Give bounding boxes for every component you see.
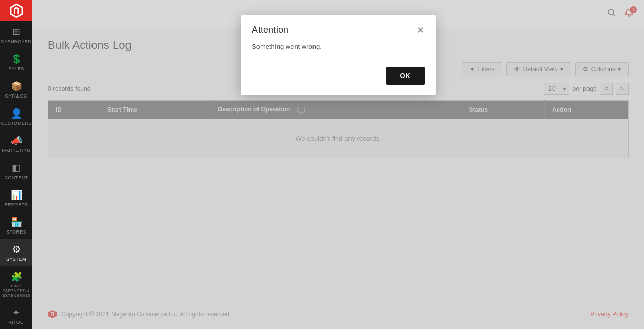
sales-icon: 💲 — [11, 53, 22, 65]
content-icon: ◧ — [12, 162, 21, 173]
sidebar-label-stores: STORES — [6, 229, 26, 235]
reports-icon: 📊 — [11, 189, 22, 201]
modal-overlay: Attention ✕ Something went wrong. OK — [32, 0, 644, 329]
sidebar-label-dashboard: DASHBOARD — [1, 39, 32, 44]
sidebar-label-system: SYSTEM — [6, 257, 26, 262]
sidebar-label-sales: SALES — [8, 66, 24, 71]
modal-footer: OK — [241, 61, 436, 95]
sidebar-label-reports: REPORTS — [5, 202, 28, 207]
marketing-icon: 📣 — [11, 135, 22, 146]
extensions-icon: 🧩 — [11, 271, 22, 282]
sidebar-item-catalog[interactable]: 📦 CATALOG — [0, 75, 32, 103]
sidebar-item-sales[interactable]: 💲 SALES — [0, 48, 32, 75]
sidebar-label-catalog: CATALOG — [5, 93, 28, 99]
catalog-icon: 📦 — [11, 81, 22, 92]
sidebar-item-aitoc[interactable]: ✦ AITOC — [0, 302, 32, 329]
system-icon: ⚙ — [12, 244, 21, 255]
attention-modal: Attention ✕ Something went wrong. OK — [241, 15, 436, 95]
sidebar-item-extensions[interactable]: 🧩 FIND PARTNERS & EXTENSIONS — [0, 266, 32, 302]
modal-message: Something went wrong. — [252, 43, 425, 50]
modal-body: Something went wrong. — [241, 41, 436, 61]
sidebar-item-dashboard[interactable]: ⊞ DASHBOARD — [0, 21, 32, 48]
sidebar-item-marketing[interactable]: 📣 MARKETING — [0, 130, 32, 157]
dashboard-icon: ⊞ — [12, 26, 20, 37]
sidebar-item-stores[interactable]: 🏪 STORES — [0, 211, 32, 239]
customers-icon: 👤 — [11, 108, 22, 119]
sidebar-item-system[interactable]: ⚙ SYSTEM — [0, 239, 32, 266]
sidebar-label-content: CONTENT — [5, 175, 28, 180]
aitoc-icon: ✦ — [12, 307, 20, 318]
sidebar-item-customers[interactable]: 👤 CUSTOMERS — [0, 103, 32, 130]
modal-header: Attention ✕ — [241, 15, 436, 41]
modal-close-button[interactable]: ✕ — [417, 26, 425, 35]
main-area: 1 Bulk Actions Log ▼ Filters 👁 Default V… — [32, 0, 644, 329]
stores-icon: 🏪 — [11, 217, 22, 228]
modal-title: Attention — [252, 25, 288, 35]
sidebar-label-customers: CUSTOMERS — [1, 121, 31, 126]
sidebar-label-marketing: MARKETING — [2, 148, 30, 153]
sidebar-item-reports[interactable]: 📊 REPORTS — [0, 184, 32, 211]
sidebar-label-aitoc: AITOC — [9, 320, 24, 325]
sidebar-label-extensions: FIND PARTNERS & EXTENSIONS — [2, 284, 30, 298]
magento-logo[interactable] — [0, 0, 32, 21]
sidebar-item-content[interactable]: ◧ CONTENT — [0, 157, 32, 184]
modal-ok-button[interactable]: OK — [386, 67, 425, 85]
sidebar: ⊞ DASHBOARD 💲 SALES 📦 CATALOG 👤 CUSTOMER… — [0, 0, 32, 329]
